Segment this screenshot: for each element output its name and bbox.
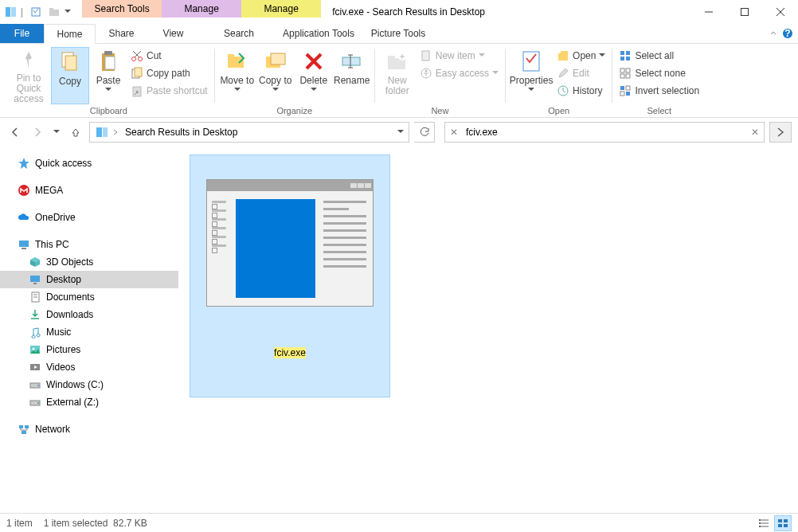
svg-rect-62 (33, 283, 37, 284)
edit-button[interactable]: Edit (554, 65, 608, 82)
group-open: Properties Open Edit History Open (506, 45, 612, 117)
drive-icon (29, 378, 41, 391)
tab-home[interactable]: Home (44, 24, 96, 44)
svg-rect-56 (96, 127, 102, 137)
svg-rect-44 (620, 51, 624, 55)
up-button[interactable] (67, 123, 84, 142)
qat-dropdown-icon[interactable] (65, 10, 71, 16)
svg-rect-59 (19, 241, 29, 247)
copy-to-button[interactable]: Copy to (256, 47, 295, 104)
properties-qat-icon[interactable] (28, 4, 44, 20)
nav-network[interactable]: Network (0, 421, 178, 438)
tab-search[interactable]: Search (199, 24, 279, 43)
file-tab[interactable]: File (0, 24, 44, 43)
new-item-icon (420, 49, 432, 62)
rename-button[interactable]: Rename (333, 47, 371, 104)
history-button[interactable]: History (554, 82, 608, 100)
nav-mega[interactable]: MEGA (0, 182, 178, 199)
recent-dropdown[interactable] (51, 123, 62, 142)
address-bar[interactable]: Search Results in Desktop (89, 122, 409, 143)
new-folder-qat-icon[interactable] (46, 4, 62, 20)
properties-button[interactable]: Properties (509, 47, 554, 104)
help-icon[interactable]: ? (782, 28, 793, 39)
search-clear-icon[interactable]: ✕ (746, 127, 764, 138)
tab-share[interactable]: Share (96, 24, 147, 43)
minimize-button[interactable] (690, 0, 726, 24)
context-tab-manage-app[interactable]: Manage (162, 0, 241, 18)
nav-videos[interactable]: Videos (0, 358, 178, 376)
svg-rect-38 (422, 51, 429, 61)
nav-music[interactable]: Music (0, 323, 178, 341)
context-tab-manage-pic[interactable]: Manage (241, 0, 321, 18)
view-thumbnails-button[interactable] (774, 515, 792, 531)
tab-picture-tools[interactable]: Picture Tools (358, 24, 438, 43)
address-text[interactable]: Search Results in Desktop (122, 123, 241, 142)
select-all-button[interactable]: Select all (616, 47, 702, 65)
nav-quick-access[interactable]: Quick access (0, 155, 178, 172)
nav-downloads[interactable]: Downloads (0, 306, 178, 323)
nav-windows-c[interactable]: Windows (C:) (0, 376, 178, 393)
close-button[interactable] (762, 0, 798, 24)
paste-button[interactable]: Paste (89, 47, 127, 104)
nav-desktop[interactable]: Desktop (0, 271, 178, 288)
view-details-button[interactable] (755, 515, 773, 531)
mega-icon (18, 184, 30, 197)
search-x-icon[interactable]: ✕ (445, 127, 463, 138)
explorer-icon (3, 4, 19, 20)
move-to-icon (225, 49, 250, 74)
ribbon: Pin to Quick access Copy Paste Cut Copy … (0, 44, 798, 118)
open-button[interactable]: Open (554, 47, 608, 65)
tab-app-tools[interactable]: Application Tools (279, 24, 358, 43)
select-none-button[interactable]: Select none (616, 65, 702, 82)
edit-icon (557, 67, 569, 80)
nav-onedrive[interactable]: OneDrive (0, 209, 178, 226)
back-button[interactable] (6, 123, 24, 142)
nav-3d-objects[interactable]: 3D Objects (0, 253, 178, 271)
cut-button[interactable]: Cut (127, 47, 211, 65)
window-buttons (690, 0, 798, 24)
paste-shortcut-button[interactable]: Paste shortcut (127, 82, 211, 100)
nav-documents[interactable]: Documents (0, 288, 178, 306)
address-dropdown-icon[interactable] (397, 130, 404, 136)
svg-rect-15 (104, 51, 112, 55)
nav-this-pc[interactable]: This PC (0, 236, 178, 253)
svg-rect-0 (6, 7, 10, 17)
svg-point-58 (18, 185, 29, 196)
nav-external-z[interactable]: External (Z:) (0, 393, 178, 411)
navigation-pane: Quick access MEGA OneDrive This PC 3D Ob… (0, 147, 178, 518)
svg-rect-74 (19, 425, 23, 428)
new-item-button[interactable]: New item (417, 47, 502, 65)
easy-access-button[interactable]: Easy access (417, 65, 502, 82)
forward-button[interactable] (29, 123, 46, 142)
invert-icon (619, 84, 632, 97)
content-pane[interactable]: fciv.exe (178, 147, 798, 518)
move-to-button[interactable]: Move to (218, 47, 256, 104)
delete-button[interactable]: Delete (295, 47, 333, 104)
copy-button[interactable]: Copy (51, 47, 89, 104)
ribbon-chevron-icon[interactable] (769, 29, 777, 37)
svg-rect-14 (105, 57, 115, 69)
pin-button[interactable]: Pin to Quick access (6, 47, 51, 104)
copy-path-icon (131, 67, 143, 80)
maximize-button[interactable] (726, 0, 762, 24)
svg-rect-51 (626, 74, 630, 78)
quick-access-toolbar (25, 4, 74, 20)
svg-rect-48 (620, 68, 624, 72)
search-result-item[interactable]: fciv.exe (190, 155, 390, 397)
search-go-button[interactable] (769, 122, 792, 143)
history-icon (557, 84, 569, 97)
svg-rect-45 (626, 51, 630, 55)
svg-line-19 (133, 51, 139, 57)
context-tab-search-tools[interactable]: Search Tools (82, 0, 162, 18)
copy-path-button[interactable]: Copy path (127, 65, 211, 82)
invert-selection-button[interactable]: Invert selection (616, 82, 702, 100)
tab-view[interactable]: View (147, 24, 199, 43)
search-input[interactable] (463, 127, 746, 138)
refresh-button[interactable] (414, 122, 435, 143)
new-folder-button[interactable]: New folder (378, 47, 417, 104)
nav-pictures[interactable]: Pictures (0, 341, 178, 358)
svg-rect-86 (784, 524, 788, 527)
svg-rect-34 (388, 56, 395, 59)
context-tabs: Search Tools Manage Manage (82, 0, 321, 24)
search-box[interactable]: ✕ ✕ (444, 122, 765, 143)
